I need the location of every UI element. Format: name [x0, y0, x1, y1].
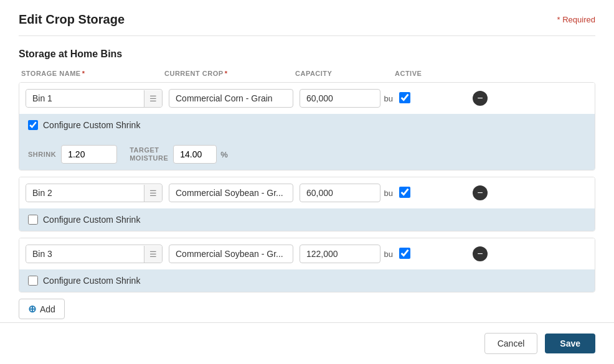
bin-2-shrink-label: Configure Custom Shrink [43, 215, 140, 225]
edit-icon-2: ☰ [144, 185, 162, 202]
bin-2-crop-select[interactable]: Commercial Soybean - Gr... Commercial Co… [169, 184, 290, 202]
bin-1-remove-button[interactable]: − [473, 91, 488, 106]
bin-row-1: ☰ Commercial Corn - Grain Commercial Soy… [19, 82, 595, 170]
cancel-button[interactable]: Cancel [484, 333, 538, 354]
col-header-storage-name: Storage Name* [21, 70, 158, 77]
bin-2-remove-button[interactable]: − [473, 185, 488, 200]
col-header-active: Active [395, 70, 457, 77]
bin-3-shrink-label: Configure Custom Shrink [43, 276, 140, 286]
bin-3-unit: bu [384, 250, 393, 259]
table-headers: Storage Name* Current Crop* Capacity Act… [19, 70, 595, 77]
bin-3-crop-wrapper[interactable]: Commercial Soybean - Gr... Commercial Co… [169, 245, 293, 263]
bin-2-crop-wrapper[interactable]: Commercial Soybean - Gr... Commercial Co… [169, 184, 293, 202]
required-note: * Required [557, 15, 595, 24]
add-label: Add [40, 304, 55, 314]
bin-2-capacity-input[interactable] [300, 184, 380, 202]
col-header-capacity: Capacity [295, 70, 389, 77]
bin-1-crop-wrapper[interactable]: Commercial Corn - Grain Commercial Soybe… [169, 89, 293, 108]
chevron-down-icon-3: ▼ [290, 246, 293, 261]
bin-1-capacity-wrapper: bu [300, 89, 393, 108]
bin-3-shrink-checkbox[interactable] [28, 276, 38, 286]
save-button[interactable]: Save [545, 334, 595, 353]
bin-2-shrink-checkbox[interactable] [28, 215, 38, 225]
edit-icon-3: ☰ [144, 246, 162, 263]
bin-1-shrink-input[interactable] [61, 145, 117, 164]
bin-2-active-checkbox[interactable] [399, 187, 410, 198]
bin-3-active-checkbox[interactable] [399, 248, 410, 259]
bin-1-moisture-input[interactable] [173, 145, 217, 164]
bin-1-name-wrapper[interactable]: ☰ [26, 89, 163, 108]
edit-icon: ☰ [144, 90, 162, 107]
bin-3-name-input[interactable] [26, 245, 144, 263]
bin-1-active-checkbox[interactable] [399, 92, 410, 103]
bin-3-crop-select[interactable]: Commercial Soybean - Gr... Commercial Co… [169, 245, 290, 263]
shrink-label: Shrink [28, 151, 56, 158]
bin-1-name-input[interactable] [26, 90, 144, 107]
minus-icon: − [477, 93, 483, 103]
plus-icon: ⊕ [28, 303, 36, 315]
bin-1-capacity-input[interactable] [300, 89, 380, 108]
chevron-down-icon-2: ▼ [290, 185, 293, 200]
bin-1-unit: bu [384, 94, 393, 103]
minus-icon-2: − [477, 188, 483, 198]
footer: Cancel Save [0, 322, 614, 364]
bin-2-active-wrapper[interactable] [399, 187, 461, 200]
bin-row-2: ☰ Commercial Soybean - Gr... Commercial … [19, 177, 595, 231]
bin-3-shrink-section: Configure Custom Shrink [19, 269, 595, 292]
bin-3-remove-button[interactable]: − [473, 246, 488, 261]
bin-1-shrink-label: Configure Custom Shrink [43, 120, 140, 130]
chevron-down-icon: ▼ [290, 91, 293, 106]
section-title: Storage at Home Bins [19, 49, 595, 60]
bin-1-shrink-checkbox[interactable] [28, 120, 38, 130]
bin-2-unit: bu [384, 189, 393, 198]
target-moisture-label: Target Moisture [130, 146, 168, 162]
bin-3-capacity-wrapper: bu [300, 245, 393, 263]
minus-icon-3: − [477, 249, 483, 259]
bin-3-name-wrapper[interactable]: ☰ [26, 245, 163, 263]
add-button[interactable]: ⊕ Add [19, 299, 65, 319]
bin-2-capacity-wrapper: bu [300, 184, 393, 202]
bin-3-capacity-input[interactable] [300, 245, 380, 263]
col-header-current-crop: Current Crop* [164, 70, 289, 77]
bin-1-active-wrapper[interactable] [399, 92, 461, 105]
bin-2-shrink-section: Configure Custom Shrink [19, 208, 595, 231]
bin-3-active-wrapper[interactable] [399, 248, 461, 261]
bin-1-moisture-unit: % [220, 150, 228, 159]
bin-2-name-wrapper[interactable]: ☰ [26, 184, 163, 202]
bin-1-crop-select[interactable]: Commercial Corn - Grain Commercial Soybe… [169, 90, 290, 107]
bin-2-name-input[interactable] [26, 184, 144, 202]
bin-row-3: ☰ Commercial Soybean - Gr... Commercial … [19, 238, 595, 292]
page-title: Edit Crop Storage [19, 12, 125, 27]
bin-1-shrink-section: Configure Custom Shrink Shrink Target Mo… [19, 114, 595, 170]
